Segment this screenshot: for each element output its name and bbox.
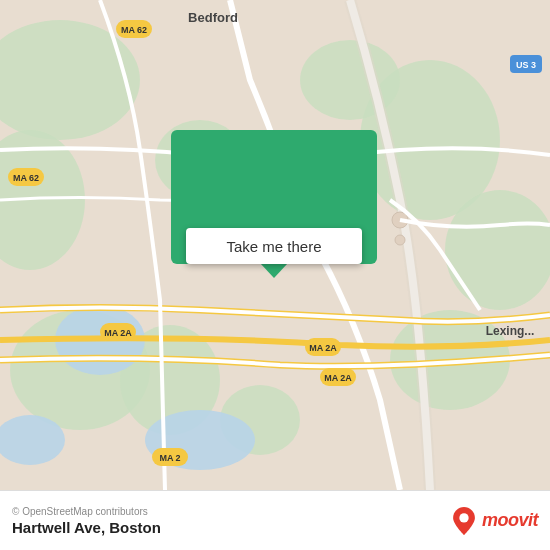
svg-text:MA 62: MA 62	[13, 173, 39, 183]
svg-point-32	[459, 513, 468, 522]
moovit-wordmark: moovit	[482, 510, 538, 531]
svg-text:MA 2: MA 2	[159, 453, 180, 463]
bottom-bar: © OpenStreetMap contributors Hartwell Av…	[0, 490, 550, 550]
take-me-there-button[interactable]: Take me there	[186, 228, 362, 264]
svg-text:Lexing...: Lexing...	[486, 324, 535, 338]
location-label: Hartwell Ave, Boston	[12, 519, 161, 536]
svg-text:US 3: US 3	[516, 60, 536, 70]
svg-text:MA 62: MA 62	[121, 25, 147, 35]
svg-text:MA 2A: MA 2A	[324, 373, 352, 383]
map-view: MA 62 MA 62 US 3 MA 2A MA 2A MA 2A MA 2 …	[0, 0, 550, 490]
svg-point-31	[395, 235, 405, 245]
location-info: © OpenStreetMap contributors Hartwell Av…	[12, 506, 161, 536]
moovit-logo: moovit	[450, 507, 538, 535]
svg-point-7	[445, 190, 550, 310]
copyright-text: © OpenStreetMap contributors	[12, 506, 161, 517]
moovit-icon	[450, 507, 478, 535]
svg-text:MA 2A: MA 2A	[104, 328, 132, 338]
svg-text:Bedford: Bedford	[188, 10, 238, 25]
svg-text:MA 2A: MA 2A	[309, 343, 337, 353]
